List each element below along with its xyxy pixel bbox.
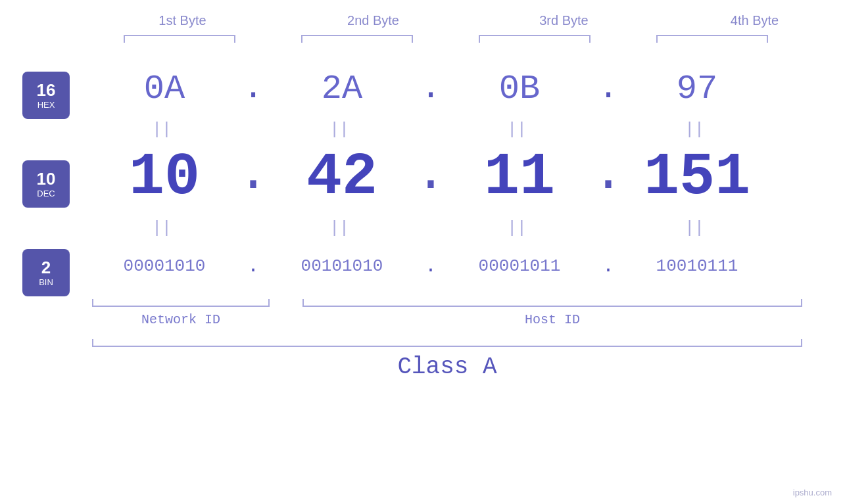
class-bracket [92, 339, 802, 347]
top-bracket-1 [107, 35, 252, 43]
dec-dot1: . [237, 148, 270, 207]
top-brackets-row [107, 35, 831, 43]
class-label: Class A [397, 354, 496, 380]
host-id-label-cell: Host ID [302, 312, 802, 327]
pipe2-b3: || [447, 217, 592, 237]
dec-b3-cell: 11 [447, 144, 592, 211]
pipe1-b4: || [625, 118, 769, 139]
bin-badge-label: BIN [39, 277, 53, 287]
bracket-top-2 [301, 35, 413, 43]
bin-dot2-symbol: . [425, 255, 437, 277]
byte1-label: 1st Byte [110, 13, 255, 28]
pipe1-b2: || [270, 118, 414, 139]
pipe-row-1: || || || || [92, 115, 845, 141]
pipe2-b2: || [270, 217, 414, 237]
hex-badge-num: 16 [37, 81, 56, 100]
dec-badge-label: DEC [37, 189, 55, 198]
pipe1-badge-wrapper [22, 122, 70, 148]
host-id-label: Host ID [525, 312, 580, 327]
bin-dot2: . [414, 256, 447, 276]
hex-b3-cell: 0B [447, 70, 592, 108]
hex-dot1: . [237, 72, 270, 106]
top-bracket-2 [285, 35, 429, 43]
dec-badge: 10 DEC [22, 160, 70, 208]
pipe1-b3: || [447, 118, 592, 139]
dec-b2-value: 42 [306, 144, 377, 211]
hex-badge: 16 HEX [22, 72, 70, 119]
hex-dot2: . [414, 72, 447, 106]
class-bracket-container: Class A [92, 339, 802, 380]
hex-dot3: . [592, 72, 625, 106]
main-container: 1st Byte 2nd Byte 3rd Byte 4th Byte [0, 0, 845, 504]
bin-badge-wrapper: 2 BIN [22, 246, 70, 299]
network-id-label-cell: Network ID [92, 312, 270, 327]
dec-b4-value: 151 [644, 144, 750, 211]
dec-b2-cell: 42 [270, 144, 414, 211]
bin-row: 00001010 . 00101010 . 00001011 . [92, 240, 845, 292]
byte2-label: 2nd Byte [301, 13, 446, 28]
byte-labels-row: 1st Byte 2nd Byte 3rd Byte 4th Byte [107, 13, 831, 28]
dec-dot3-symbol: . [592, 144, 624, 204]
bin-badge-num: 2 [41, 258, 51, 277]
hex-b2-value: 2A [322, 70, 362, 108]
dec-dot3: . [592, 148, 625, 207]
hex-b1-cell: 0A [92, 70, 237, 108]
hex-b4-value: 97 [677, 70, 717, 108]
bin-b1-value: 00001010 [124, 256, 206, 276]
hex-b4-cell: 97 [625, 70, 769, 108]
hex-badge-label: HEX [37, 100, 55, 110]
host-bracket [302, 299, 802, 307]
bin-b4-cell: 10010111 [625, 256, 769, 276]
pipe2-badge-wrapper [22, 220, 70, 246]
id-labels-row: Network ID Host ID [92, 312, 845, 327]
bin-dot3-symbol: . [602, 255, 614, 277]
bin-b2-value: 00101010 [301, 256, 383, 276]
top-bracket-3 [462, 35, 607, 43]
dec-dot1-symbol: . [237, 144, 269, 204]
dec-b3-value: 11 [484, 144, 555, 211]
bin-badge: 2 BIN [22, 249, 70, 296]
byte3-label: 3rd Byte [492, 13, 637, 28]
rows-container: 0A . 2A . 0B . 97 || || [92, 62, 845, 380]
hex-b2-cell: 2A [270, 70, 414, 108]
network-bracket [92, 299, 270, 307]
pipe2-b4: || [625, 217, 769, 237]
dec-dot2: . [414, 148, 447, 207]
class-label-row: Class A [92, 354, 802, 380]
pipe-row-2: || || || || [92, 214, 845, 240]
pipe2-b1: || [92, 217, 237, 237]
hex-b1-value: 0A [144, 70, 185, 108]
bin-b1-cell: 00001010 [92, 256, 237, 276]
bracket-top-3 [479, 35, 591, 43]
dec-b1-value: 10 [129, 144, 200, 211]
bin-b3-cell: 00001011 [447, 256, 592, 276]
top-bracket-4 [640, 35, 785, 43]
hex-badge-wrapper: 16 HEX [22, 69, 70, 122]
byte4-label: 4th Byte [683, 13, 827, 28]
pipe1-b1: || [92, 118, 237, 139]
dec-b4-cell: 151 [625, 144, 769, 211]
bin-dot1-symbol: . [247, 255, 259, 277]
dec-b1-cell: 10 [92, 144, 237, 211]
watermark: ipshu.com [793, 488, 832, 497]
bin-b4-value: 10010111 [656, 256, 738, 276]
bin-dot3: . [592, 256, 625, 276]
network-id-label: Network ID [141, 312, 220, 327]
dec-dot2-symbol: . [415, 144, 447, 204]
dec-badge-num: 10 [37, 170, 56, 189]
hex-b3-value: 0B [499, 70, 540, 108]
bin-dot1: . [237, 256, 270, 276]
dec-row: 10 . 42 . 11 . 151 [92, 141, 845, 214]
dec-badge-wrapper: 10 DEC [22, 148, 70, 220]
bin-b3-value: 00001011 [479, 256, 561, 276]
bracket-top-4 [656, 35, 768, 43]
hex-row: 0A . 2A . 0B . 97 [92, 62, 845, 115]
left-badges: 16 HEX 10 DEC 2 BIN [0, 62, 92, 380]
bracket-top-1 [124, 35, 235, 43]
labels-gap [270, 312, 302, 327]
bin-b2-cell: 00101010 [270, 256, 414, 276]
content-area: 16 HEX 10 DEC 2 BIN [0, 62, 845, 380]
bottom-brackets-container [92, 299, 845, 307]
